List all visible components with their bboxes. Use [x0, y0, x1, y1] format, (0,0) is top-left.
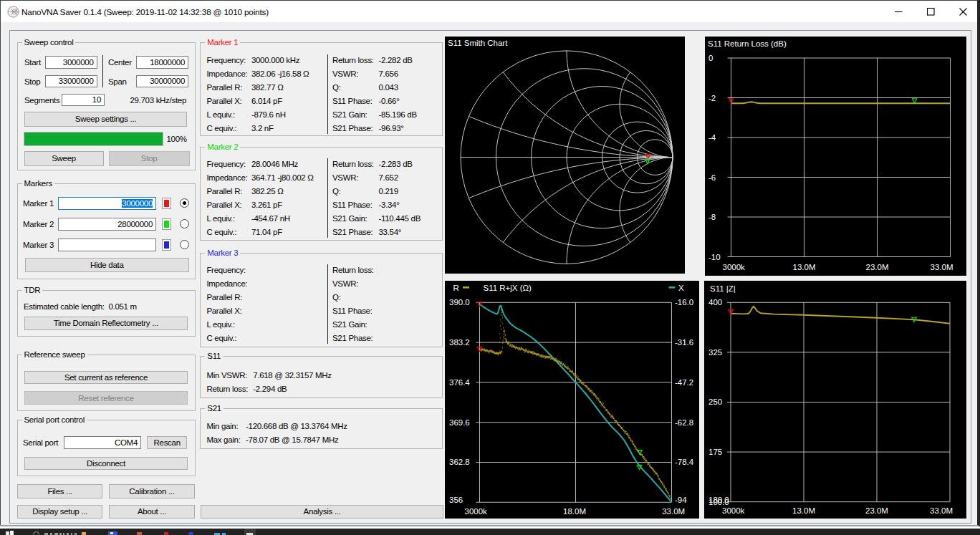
svg-text:390.0: 390.0: [449, 298, 470, 307]
svg-text:0: 0: [708, 54, 713, 62]
svg-text:18.0M: 18.0M: [563, 507, 586, 516]
svg-text:-47.2: -47.2: [674, 378, 693, 387]
svg-text:-4: -4: [708, 133, 716, 142]
svg-text:13.0M: 13.0M: [792, 506, 815, 515]
svg-text:-2: -2: [708, 94, 716, 102]
svg-text:369.6: 369.6: [449, 418, 470, 427]
svg-text:325: 325: [708, 348, 722, 357]
svg-text:S11 |Z|: S11 |Z|: [710, 284, 736, 293]
svg-text:3000k: 3000k: [722, 506, 745, 515]
svg-text:3000k: 3000k: [722, 263, 745, 271]
svg-text:-6: -6: [708, 173, 716, 182]
svg-text:-16.0: -16.0: [674, 298, 693, 307]
svg-text:-10: -10: [708, 253, 721, 261]
svg-text:383.2: 383.2: [449, 338, 470, 347]
svg-text:S11 Return Loss (dB): S11 Return Loss (dB): [708, 39, 787, 48]
svg-text:376.4: 376.4: [449, 378, 470, 387]
svg-text:S11 R+jX (Ω): S11 R+jX (Ω): [483, 284, 532, 293]
svg-text:13.0M: 13.0M: [792, 263, 815, 271]
svg-text:23.0M: 23.0M: [865, 506, 888, 515]
svg-text:X: X: [678, 284, 683, 293]
svg-text:356: 356: [449, 496, 463, 504]
svg-text:23.0M: 23.0M: [865, 263, 888, 271]
svg-text:250: 250: [708, 398, 722, 407]
svg-text:33.0M: 33.0M: [662, 507, 685, 516]
svg-text:33.0M: 33.0M: [930, 506, 953, 515]
svg-text:R: R: [453, 284, 458, 293]
svg-text:S11 Smith Chart: S11 Smith Chart: [447, 39, 507, 48]
svg-text:100.0: 100.0: [708, 498, 729, 506]
svg-text:-78.4: -78.4: [674, 458, 693, 467]
svg-text:3000k: 3000k: [464, 507, 487, 516]
svg-text:33.0M: 33.0M: [930, 263, 953, 271]
svg-text:400: 400: [708, 298, 722, 307]
svg-text:-94: -94: [674, 496, 686, 504]
svg-text:362.8: 362.8: [449, 458, 470, 467]
svg-text:-62.8: -62.8: [674, 418, 693, 427]
svg-text:-8: -8: [708, 213, 716, 221]
svg-text:-31.6: -31.6: [674, 338, 693, 347]
svg-text:175: 175: [708, 448, 722, 456]
